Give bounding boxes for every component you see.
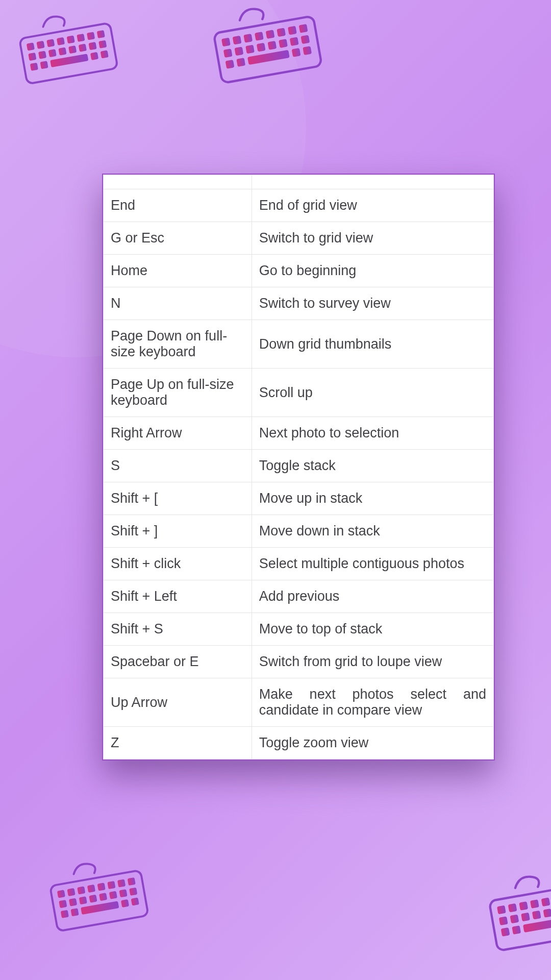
svg-rect-67 — [497, 905, 506, 915]
svg-rect-10 — [38, 51, 46, 59]
table-row: Shift + ]Move down in stack — [104, 515, 494, 548]
table-row: HomeGo to beginning — [104, 255, 494, 287]
svg-rect-50 — [107, 881, 115, 889]
svg-rect-6 — [77, 34, 85, 42]
svg-rect-75 — [499, 916, 508, 925]
svg-rect-26 — [255, 32, 264, 41]
svg-rect-31 — [223, 48, 233, 58]
svg-rect-57 — [99, 893, 107, 901]
svg-rect-77 — [521, 913, 530, 922]
svg-rect-35 — [267, 41, 277, 50]
svg-rect-54 — [69, 898, 77, 906]
svg-rect-55 — [79, 896, 87, 904]
shortcut-key-cell: Shift + S — [104, 613, 252, 646]
shortcut-key-cell: Shift + [ — [104, 482, 252, 515]
shortcut-key-cell: Page Down on full-size keyboard — [104, 320, 252, 369]
shortcuts-card: EndEnd of grid viewG or EscSwitch to gri… — [102, 174, 495, 761]
svg-rect-11 — [48, 49, 57, 57]
shortcut-action-cell: Switch to grid view — [252, 222, 493, 255]
svg-rect-8 — [97, 30, 105, 38]
table-row: ZToggle zoom view — [104, 727, 494, 760]
svg-rect-83 — [501, 927, 510, 937]
svg-rect-13 — [68, 45, 77, 54]
svg-rect-51 — [117, 879, 126, 887]
svg-rect-37 — [290, 37, 299, 46]
svg-rect-53 — [59, 900, 67, 908]
shortcut-action-cell: Switch from grid to loupe view — [252, 646, 493, 678]
svg-rect-5 — [67, 35, 75, 43]
svg-rect-32 — [234, 46, 243, 56]
table-row: Shift + clickSelect multiple contiguous … — [104, 548, 494, 580]
svg-rect-59 — [119, 889, 127, 897]
keyboard-decoration-icon — [204, 0, 327, 79]
svg-rect-16 — [98, 40, 107, 48]
shortcut-key-cell: Shift + Left — [104, 580, 252, 613]
svg-rect-9 — [28, 53, 36, 61]
svg-rect-58 — [109, 891, 117, 899]
shortcut-action-cell — [252, 175, 493, 189]
svg-rect-27 — [266, 30, 275, 39]
svg-rect-65 — [131, 897, 139, 905]
shortcut-action-cell: Toggle stack — [252, 450, 493, 482]
table-row: SToggle stack — [104, 450, 494, 482]
svg-rect-15 — [88, 42, 96, 50]
svg-rect-47 — [77, 886, 85, 894]
svg-rect-71 — [541, 897, 550, 906]
svg-rect-66 — [489, 884, 551, 951]
svg-rect-23 — [221, 38, 231, 47]
shortcut-action-cell: Switch to survey view — [252, 287, 493, 320]
shortcut-action-cell: Move down in stack — [252, 515, 493, 548]
svg-rect-28 — [277, 28, 286, 37]
svg-rect-78 — [532, 911, 541, 920]
shortcut-action-cell: End of grid view — [252, 189, 493, 222]
svg-rect-79 — [543, 909, 551, 918]
svg-rect-30 — [299, 24, 308, 33]
svg-rect-49 — [97, 883, 106, 891]
table-row: Spacebar or ESwitch from grid to loupe v… — [104, 646, 494, 678]
svg-rect-61 — [61, 910, 69, 918]
shortcut-key-cell: Spacebar or E — [104, 646, 252, 678]
shortcut-key-cell: Right Arrow — [104, 417, 252, 450]
shortcut-action-cell: Scroll up — [252, 369, 493, 417]
keyboard-decoration-icon — [41, 849, 153, 927]
svg-rect-3 — [46, 39, 55, 47]
svg-rect-1 — [27, 42, 35, 51]
svg-rect-20 — [90, 52, 98, 60]
svg-rect-14 — [79, 44, 87, 52]
shortcut-action-cell: Add previous — [252, 580, 493, 613]
shortcut-action-cell: Select multiple contiguous photos — [252, 548, 493, 580]
svg-rect-64 — [121, 899, 129, 908]
table-row: G or EscSwitch to grid view — [104, 222, 494, 255]
shortcut-key-cell: Shift + click — [104, 548, 252, 580]
shortcut-key-cell: S — [104, 450, 252, 482]
shortcut-key-cell: G or Esc — [104, 222, 252, 255]
shortcut-action-cell: Make next photos select and candidate in… — [252, 678, 493, 727]
shortcut-action-cell: Go to beginning — [252, 255, 493, 287]
svg-rect-62 — [70, 908, 79, 916]
shortcut-key-cell: Shift + ] — [104, 515, 252, 548]
shortcut-action-cell: Move up in stack — [252, 482, 493, 515]
table-row: Shift + LeftAdd previous — [104, 580, 494, 613]
shortcut-key-cell: N — [104, 287, 252, 320]
table-row: EndEnd of grid view — [104, 189, 494, 222]
shortcut-action-cell: Move to top of stack — [252, 613, 493, 646]
svg-rect-33 — [245, 45, 255, 54]
svg-rect-48 — [87, 885, 95, 893]
svg-rect-56 — [89, 895, 97, 903]
shortcut-key-cell: Home — [104, 255, 252, 287]
shortcut-action-cell: Down grid thumbnails — [252, 320, 493, 369]
svg-rect-43 — [303, 46, 312, 55]
table-row: Page Up on full-size keyboardScroll up — [104, 369, 494, 417]
svg-rect-52 — [128, 877, 136, 886]
svg-rect-46 — [67, 888, 75, 896]
svg-rect-68 — [508, 903, 517, 913]
svg-rect-39 — [226, 60, 235, 69]
shortcut-action-cell: Toggle zoom view — [252, 727, 493, 760]
shortcut-key-cell — [104, 175, 252, 189]
svg-rect-18 — [40, 61, 48, 69]
table-row: Page Down on full-size keyboardDown grid… — [104, 320, 494, 369]
svg-rect-7 — [87, 32, 95, 40]
svg-rect-24 — [233, 36, 242, 45]
shortcut-key-cell: Page Up on full-size keyboard — [104, 369, 252, 417]
keyboard-decoration-icon — [480, 861, 551, 946]
